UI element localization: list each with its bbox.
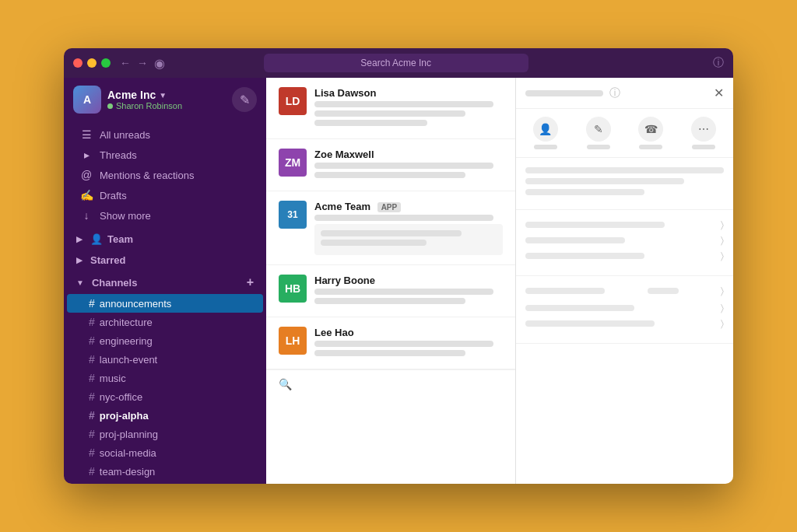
workspace-left: A Acme Inc ▼ Sharon Robinson — [73, 86, 182, 114]
chevron-right-icon: 〉 — [721, 303, 724, 313]
help-button[interactable]: ⓘ — [713, 56, 724, 70]
message-line — [314, 215, 493, 221]
back-button[interactable]: ← — [120, 57, 131, 69]
avatar-placeholder: HB — [279, 275, 307, 303]
channel-music[interactable]: # music — [67, 369, 263, 387]
workspace-avatar-letter: A — [83, 93, 91, 106]
avatar: HB — [279, 275, 307, 303]
chevron-right-icon: 〉 — [721, 285, 724, 296]
message-line — [314, 172, 465, 178]
channel-nyc-office[interactable]: # nyc-office — [67, 387, 263, 406]
hash-icon: # — [89, 316, 95, 328]
all-unreads-icon: ☰ — [79, 128, 93, 141]
nav-show-more[interactable]: ↓ Show more — [67, 205, 263, 226]
minimize-window-button[interactable] — [87, 58, 97, 68]
starred-section-caret-icon: ▶ — [76, 256, 83, 264]
rp-info-icon: ⓘ — [609, 86, 620, 100]
message-item[interactable]: LD Lisa Dawson — [266, 78, 515, 139]
rp-section-action — [648, 288, 679, 294]
nav-section: ☰ All unreads ▸ Threads @ Mentions & rea… — [64, 121, 266, 229]
close-window-button[interactable] — [73, 58, 83, 68]
message-sender: Lee Hao — [314, 327, 503, 338]
message-line — [314, 289, 493, 295]
rp-action-call[interactable]: ☎ — [638, 117, 663, 149]
hash-icon: # — [89, 446, 95, 459]
right-panel-close-button[interactable]: ✕ — [714, 86, 724, 100]
channel-proj-planning[interactable]: # proj-planning — [67, 425, 263, 443]
more-icon: ⋯ — [691, 117, 716, 142]
avatar-placeholder: ZM — [279, 149, 307, 177]
titlebar: ← → ◉ Search Acme Inc ⓘ — [64, 48, 733, 78]
rp-action-add-user[interactable]: 👤 — [533, 117, 558, 149]
chevron-right-icon: 〉 — [721, 235, 724, 246]
message-line — [321, 230, 462, 236]
channel-engineering[interactable]: # engineering — [67, 331, 263, 350]
avatar: 31 — [279, 201, 307, 229]
phone-icon: ☎ — [638, 117, 663, 142]
hash-icon: # — [89, 390, 95, 403]
main-content: A Acme Inc ▼ Sharon Robinson ✎ — [64, 78, 733, 484]
message-sender: Harry Boone — [314, 275, 503, 286]
rp-row: 〉 — [525, 303, 724, 313]
app-badge: APP — [377, 202, 402, 212]
hash-icon: # — [89, 297, 95, 310]
message-item[interactable]: HB Harry Boone — [266, 265, 515, 317]
mentions-icon: @ — [79, 169, 93, 181]
channel-proj-alpha[interactable]: # proj-alpha — [67, 406, 263, 425]
add-channel-button[interactable]: + — [247, 275, 254, 289]
channel-launch-event[interactable]: # launch-event — [67, 350, 263, 369]
rp-row: 〉 — [525, 250, 724, 261]
rp-section-label — [525, 288, 605, 294]
channel-announcements[interactable]: # announcements — [67, 294, 263, 313]
avatar-placeholder: 31 — [279, 201, 307, 229]
hash-icon: # — [89, 334, 95, 347]
message-item[interactable]: ZM Zoe Maxwell — [266, 139, 515, 191]
edit-icon: ✎ — [586, 117, 611, 142]
workspace-header: A Acme Inc ▼ Sharon Robinson ✎ — [64, 78, 266, 121]
rp-action-edit[interactable]: ✎ — [586, 117, 611, 149]
nav-mentions[interactable]: @ Mentions & reactions — [67, 165, 263, 185]
right-panel-header: ⓘ ✕ — [516, 78, 733, 109]
nav-threads[interactable]: ▸ Threads — [67, 145, 263, 165]
history-button[interactable]: ◉ — [154, 56, 165, 71]
maximize-window-button[interactable] — [101, 58, 111, 68]
compose-button[interactable]: ✎ — [232, 87, 257, 112]
message-content: Acme Team APP — [314, 201, 503, 255]
message-item[interactable]: LH Lee Hao — [266, 317, 515, 369]
channel-architecture[interactable]: # architecture — [67, 313, 263, 331]
hash-icon: # — [89, 372, 95, 384]
channel-team-design[interactable]: # team-design — [67, 462, 263, 481]
workspace-name[interactable]: Acme Inc ▼ — [107, 89, 182, 101]
rp-section-3: 〉 〉 〉 — [516, 276, 733, 344]
search-bar[interactable]: Search Acme Inc — [264, 54, 528, 72]
message-line — [314, 163, 493, 169]
rp-row: 〉 — [525, 219, 724, 230]
rp-action-label — [587, 145, 610, 149]
message-content: Zoe Maxwell — [314, 149, 503, 181]
search-footer-icon: 🔍 — [279, 378, 292, 390]
forward-button[interactable]: → — [137, 57, 148, 69]
rp-row-line — [525, 305, 634, 311]
nav-drafts[interactable]: ✍ Drafts — [67, 185, 263, 205]
right-panel: ⓘ ✕ 👤 ✎ ☎ ⋯ — [515, 78, 733, 484]
section-channels[interactable]: ▼ Channels + — [64, 271, 266, 294]
message-item[interactable]: 31 Acme Team APP — [266, 191, 515, 265]
section-starred[interactable]: ▶ Starred — [64, 250, 266, 271]
rp-line — [525, 167, 724, 173]
channel-social-media[interactable]: # social-media — [67, 443, 263, 462]
rp-action-label — [534, 145, 557, 149]
rp-line — [525, 189, 644, 195]
nav-all-unreads[interactable]: ☰ All unreads — [67, 124, 263, 145]
message-line — [314, 120, 427, 126]
rp-action-more[interactable]: ⋯ — [691, 117, 716, 149]
team-icon: 👤 — [90, 233, 103, 245]
rp-header-left: ⓘ — [525, 86, 620, 100]
app-window: ← → ◉ Search Acme Inc ⓘ A Acme Inc ▼ — [64, 48, 733, 484]
section-team[interactable]: ▶ 👤 Team — [64, 229, 266, 250]
avatar-placeholder: LH — [279, 327, 307, 355]
team-section-caret-icon: ▶ — [76, 235, 83, 243]
rp-row-line — [525, 237, 625, 243]
message-line — [314, 298, 465, 304]
search-footer[interactable]: 🔍 — [266, 369, 515, 398]
chevron-right-icon: 〉 — [721, 219, 724, 230]
